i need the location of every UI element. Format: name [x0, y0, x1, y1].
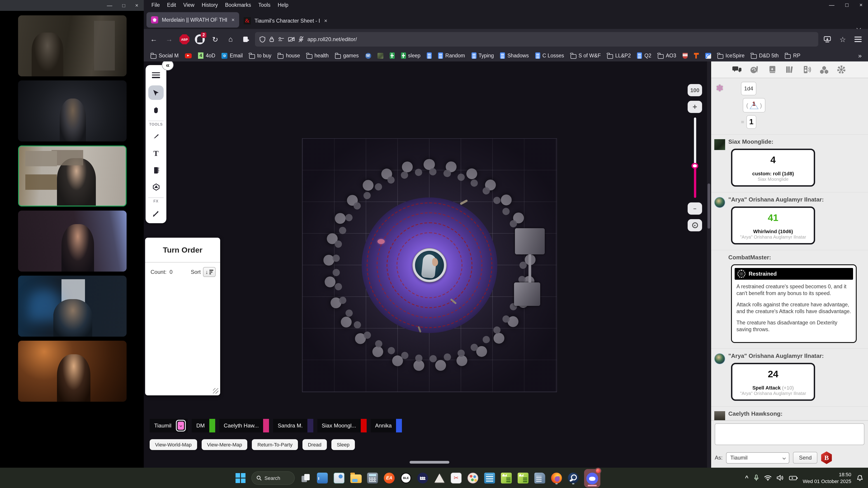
player-sandra[interactable]: Sandra M. — [273, 419, 313, 432]
volume-icon[interactable] — [776, 475, 784, 481]
draw-tool-icon[interactable] — [148, 131, 164, 143]
paint-app-icon[interactable] — [467, 472, 479, 484]
zoom-slider-handle[interactable] — [691, 163, 698, 169]
bookmark-map[interactable] — [375, 52, 385, 59]
maximize-icon[interactable]: □ — [845, 2, 848, 8]
zoom-level-button[interactable]: 100 — [688, 84, 702, 96]
turn-order-window[interactable]: Turn Order Count: 0 Sort ↓ — [145, 238, 220, 395]
bookmark-folder[interactable]: IceSpire — [715, 52, 747, 59]
bookmark-star-icon[interactable]: ☆ — [836, 33, 849, 46]
bookmark-c-losses[interactable]: C Losses — [533, 52, 566, 60]
tab-character-sheet[interactable]: & Tiaumil's Character Sheet - D&D × — [239, 13, 332, 29]
bookmark-q2[interactable]: Q2 — [635, 52, 654, 60]
clock[interactable]: 18:50 Wed 01 October 2025 — [803, 471, 851, 484]
menu-tools[interactable]: Tools — [255, 1, 274, 8]
battle-map[interactable] — [303, 139, 557, 392]
player-dm[interactable]: DM — [192, 419, 215, 432]
file-explorer-icon[interactable] — [350, 472, 362, 484]
bookmark-folder[interactable]: AO3 — [655, 52, 678, 59]
resize-handle[interactable] — [213, 388, 218, 394]
reload-icon[interactable]: ↻ — [209, 33, 221, 46]
bookmark-translate[interactable]: G — [703, 52, 713, 59]
collapse-toolbar-icon[interactable]: « — [162, 61, 174, 70]
bookmark-youtube[interactable] — [183, 52, 194, 59]
scrollbar-thumb[interactable] — [708, 184, 710, 229]
bookmark-4od[interactable]: 44oD — [196, 52, 217, 60]
player-annika[interactable]: Annika — [370, 419, 402, 432]
compendium-tab-icon[interactable] — [785, 66, 794, 74]
green-office-icon-2[interactable] — [517, 472, 529, 484]
bookmarks-overflow-icon[interactable]: » — [858, 52, 864, 59]
wifi-icon[interactable] — [764, 475, 772, 481]
send-to-device-icon[interactable] — [821, 33, 834, 46]
send-button[interactable]: Send — [793, 452, 817, 464]
horizontal-scrollbar[interactable] — [410, 461, 450, 464]
sort-button[interactable]: ↓ — [203, 267, 216, 277]
app-menu-icon[interactable] — [852, 33, 864, 46]
openoffice-writer-icon[interactable] — [534, 472, 546, 484]
bookmark-folder[interactable]: Social M — [148, 52, 181, 59]
settings-tab-icon[interactable] — [837, 65, 846, 74]
select-tool-icon[interactable] — [148, 86, 164, 100]
ruler-tool-icon[interactable] — [148, 164, 164, 177]
bookmark-shadows[interactable]: Shadows — [498, 52, 531, 60]
macro-return-to-party[interactable]: Return-To-Party — [252, 439, 298, 450]
minimize-icon[interactable]: — — [107, 3, 112, 8]
jukebox-tab-icon[interactable] — [802, 66, 811, 74]
journal-tab-icon[interactable] — [768, 66, 777, 74]
sidebar-bookmark-icon[interactable] — [240, 33, 252, 46]
speak-as-select[interactable]: Tiaumil — [726, 452, 789, 463]
start-button[interactable] — [235, 472, 246, 484]
bookmark-sleep[interactable]: sleep — [399, 52, 423, 60]
bookmark-crest[interactable] — [680, 52, 690, 59]
player-color-dropdown[interactable] — [176, 420, 186, 431]
maximize-icon[interactable]: □ — [122, 3, 125, 8]
text-tool-icon[interactable]: T — [148, 147, 164, 160]
bookmark-folder[interactable]: RP — [783, 52, 803, 59]
calculator-icon[interactable] — [367, 472, 378, 484]
menu-edit[interactable]: Edit — [164, 1, 179, 8]
bookmark-folder[interactable]: LL&P2 — [605, 52, 633, 59]
lock-icon[interactable] — [269, 36, 274, 42]
macro-sleep[interactable]: Sleep — [331, 439, 355, 450]
tab-roll20[interactable]: Merdelain || WRATH OF THE DIV × — [147, 12, 239, 28]
task-view-icon[interactable] — [300, 472, 311, 484]
menu-file[interactable]: File — [148, 1, 163, 8]
bookmark-wordpress[interactable]: W — [363, 52, 373, 59]
microphone-icon[interactable] — [753, 475, 759, 481]
microphone-blocked-icon[interactable] — [298, 36, 304, 42]
discord-taskbar-icon[interactable] — [584, 469, 600, 488]
bookmark-folder[interactable]: house — [276, 52, 303, 59]
app-report-icon[interactable] — [333, 472, 345, 484]
ble-app-icon[interactable]: BLE — [400, 472, 412, 484]
prism-app-icon[interactable] — [434, 472, 445, 484]
player-caelyth[interactable]: Caelyth Haw... — [219, 419, 269, 432]
shield-icon[interactable] — [259, 36, 266, 42]
adblock-icon[interactable]: ABP — [178, 33, 191, 46]
url-text[interactable]: app.roll20.net/editor/ — [307, 36, 357, 42]
bookmark-folder[interactable]: S of W&F — [568, 52, 603, 59]
bookmark-sheet[interactable] — [387, 52, 397, 60]
macro-view-world-map[interactable]: View-World-Map — [150, 439, 197, 450]
bookmark-folder[interactable]: to buy — [247, 52, 274, 59]
bookmark-folder[interactable]: D&D 5th — [749, 52, 781, 59]
bookmark-email[interactable]: oEmail — [219, 52, 245, 59]
beyond20-icon[interactable]: B — [821, 451, 832, 464]
chat-log[interactable]: ✽ 1d4 ( 1 ) = 1 — [711, 78, 868, 420]
green-office-icon[interactable] — [500, 472, 512, 484]
camera-blocked-icon[interactable] — [288, 37, 295, 42]
macro-view-mere-map[interactable]: View-Mere-Map — [202, 439, 248, 450]
taskbar-search[interactable]: Search — [251, 471, 295, 485]
steam-icon[interactable] — [567, 472, 579, 484]
menu-bookmarks[interactable]: Bookmarks — [222, 1, 254, 8]
bookmark-folder[interactable]: games — [333, 52, 361, 59]
url-bar[interactable]: app.roll20.net/editor/ — [255, 32, 818, 46]
ghostery-icon[interactable]: 2 — [193, 33, 206, 46]
menu-view[interactable]: View — [180, 1, 197, 8]
close-icon[interactable]: × — [135, 3, 138, 8]
permissions-toggle-icon[interactable] — [278, 37, 284, 41]
collections-tab-icon[interactable] — [819, 65, 829, 74]
layers-menu-icon[interactable] — [148, 69, 164, 81]
fx-wand-tool-icon[interactable] — [148, 207, 164, 220]
dice-tool-icon[interactable] — [148, 181, 164, 193]
